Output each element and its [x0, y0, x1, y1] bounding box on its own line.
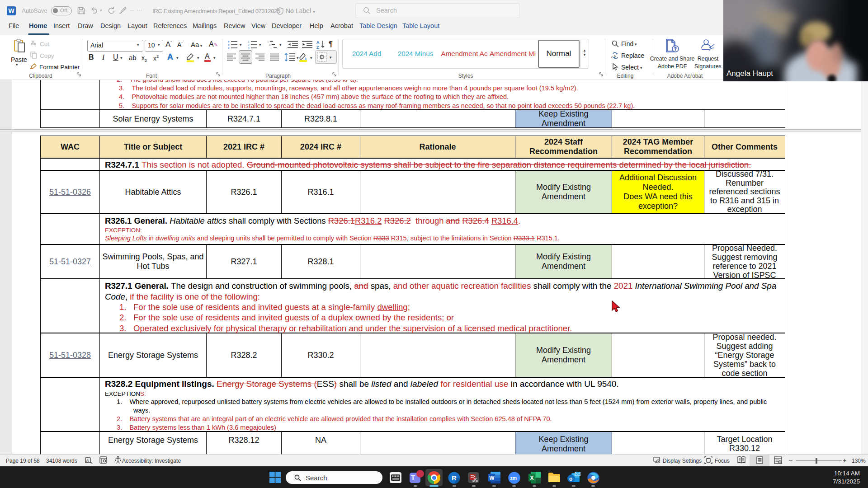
svg-text:b: b [614, 55, 616, 58]
svg-text:R: R [452, 474, 457, 482]
svg-text:2: 2 [248, 43, 250, 47]
svg-text:x: x [708, 48, 710, 52]
svg-text:W: W [489, 475, 495, 481]
svg-text:1: 1 [267, 40, 269, 43]
svg-text:zm: zm [510, 475, 517, 481]
svg-text:A: A [316, 40, 320, 45]
svg-text:a: a [269, 43, 271, 46]
svg-text:i: i [271, 47, 271, 49]
svg-text:o: o [569, 476, 572, 482]
svg-text:A: A [86, 458, 89, 463]
svg-text:1: 1 [248, 40, 250, 43]
svg-text:c: c [611, 56, 613, 59]
svg-text:Z: Z [316, 45, 319, 49]
svg-text:X: X [530, 475, 534, 481]
svg-text:3: 3 [248, 47, 250, 49]
